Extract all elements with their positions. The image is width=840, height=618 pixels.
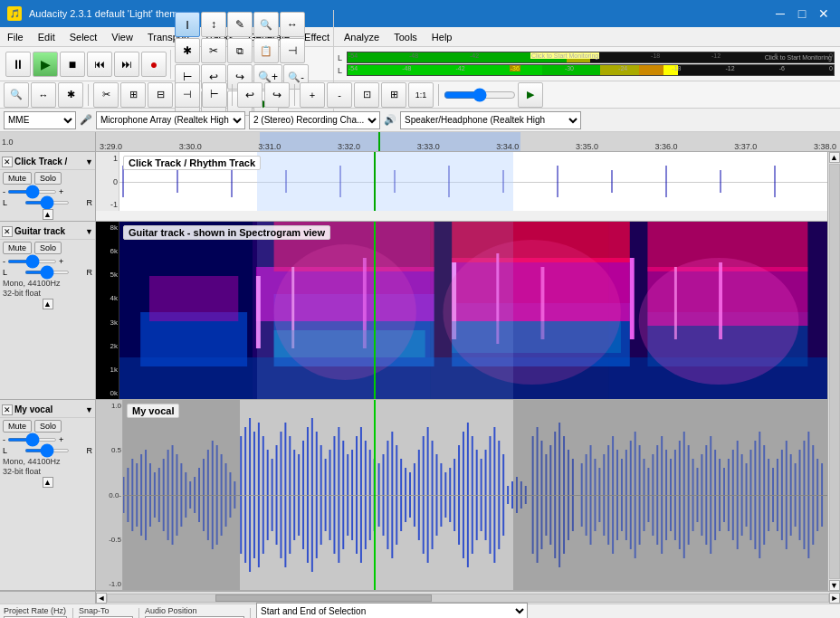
guitar-track-spectrogram[interactable]: 8k 6k 5k 4k 3k 2k 1k 0k xyxy=(96,222,827,399)
click-track-expand[interactable]: ▲ xyxy=(43,209,53,220)
close-button[interactable]: ✕ xyxy=(815,5,833,23)
guitar-scale-8k: 8k xyxy=(97,223,118,232)
guitar-mute-btn[interactable]: Mute xyxy=(3,242,32,254)
minimize-button[interactable]: ─ xyxy=(771,5,789,23)
guitar-solo-btn[interactable]: Solo xyxy=(34,242,62,254)
vocal-pan-l: L xyxy=(3,446,7,455)
sel-mode-select[interactable]: Start and End of Selection xyxy=(256,603,528,618)
svg-rect-36 xyxy=(630,258,635,339)
guitar-pan-r: R xyxy=(86,268,92,277)
guitar-gain-minus[interactable]: - xyxy=(3,257,5,266)
playback-play-btn[interactable]: ▶ xyxy=(518,82,543,108)
zoom-out-btn3[interactable]: - xyxy=(327,82,352,108)
click-pan-slider[interactable] xyxy=(24,201,70,204)
selection-bar: Project Rate (Hz) 44100 Snap-To Off Audi… xyxy=(0,604,840,618)
zoom-in-btn2[interactable]: 🔍 xyxy=(4,82,29,108)
vocal-pan-slider[interactable] xyxy=(24,449,70,452)
vocal-solo-btn[interactable]: Solo xyxy=(34,420,62,433)
maximize-button[interactable]: □ xyxy=(793,5,811,23)
menubar: File Edit Select View Transport Tracks G… xyxy=(0,27,840,47)
skip-back-button[interactable]: ⏮ xyxy=(87,52,112,77)
ruler-time-7: 3:36.0 xyxy=(655,142,678,151)
audio-pos-label: Audio Position xyxy=(145,606,197,615)
cut-button[interactable]: ✂ xyxy=(201,38,226,63)
zoom-in-btn3[interactable]: + xyxy=(300,82,325,108)
horizontal-scrollbar[interactable]: ◄ ► xyxy=(96,592,840,604)
click-solo-btn[interactable]: Solo xyxy=(34,172,62,185)
envelope-tool-button[interactable]: ↕ xyxy=(201,12,226,37)
guitar-track-close[interactable]: ✕ xyxy=(2,226,13,237)
click-track-close[interactable]: ✕ xyxy=(2,157,13,167)
host-select[interactable]: MME xyxy=(4,111,76,129)
vocal-track-header: ✕ My vocal ▼ Mute Solo - + L R xyxy=(0,400,96,590)
vocal-track-expand[interactable]: ▲ xyxy=(43,477,53,488)
vu-input-left-label: L xyxy=(338,53,345,62)
copy-button[interactable]: ⧉ xyxy=(227,38,253,63)
vocal-mute-btn[interactable]: Mute xyxy=(3,420,32,433)
click-track-row: ✕ Click Track / ▼ Mute Solo - + L R xyxy=(0,152,827,222)
stop-button[interactable]: ■ xyxy=(60,52,85,77)
menu-edit[interactable]: Edit xyxy=(31,27,62,46)
playback-speed-slider[interactable] xyxy=(444,89,516,101)
guitar-track-header: ✕ Guitar track ▼ Mute Solo - + L R xyxy=(0,222,96,399)
vu-monitoring-text: Click to Start Monitoring xyxy=(765,54,832,61)
menu-select[interactable]: Select xyxy=(62,27,105,46)
vocal-track-label: My vocal xyxy=(127,404,179,418)
zoom-tool-button[interactable]: 🔍 xyxy=(253,12,279,37)
channels-select[interactable]: 2 (Stereo) Recording Cha... xyxy=(249,111,380,129)
vocal-track-waveform[interactable]: 1.0 0.5 0.0- -0.5 -1.0 xyxy=(96,400,827,590)
ruler-time-8: 3:37.0 xyxy=(734,142,757,151)
click-pan-r: R xyxy=(86,198,92,207)
copy-btn2[interactable]: ⊞ xyxy=(120,82,146,108)
paste-btn2[interactable]: ⊟ xyxy=(148,82,173,108)
skip-forward-button[interactable]: ⏭ xyxy=(114,52,139,77)
play-button[interactable]: ▶ xyxy=(33,52,58,77)
guitar-track-row: ✕ Guitar track ▼ Mute Solo - + L R xyxy=(0,222,827,400)
multi-tool-button[interactable]: ✱ xyxy=(175,38,200,63)
guitar-track-expand[interactable]: ▲ xyxy=(43,299,53,309)
zoom-label: 1.0 xyxy=(2,138,14,147)
zoom-sel-btn2[interactable]: ✱ xyxy=(58,82,83,108)
speaker-device-select[interactable]: Speaker/Headphone (Realtek High xyxy=(400,111,581,129)
vocal-track-dropdown[interactable]: ▼ xyxy=(85,405,93,414)
selection-tool-button[interactable]: I xyxy=(175,12,200,37)
guitar-pan-slider[interactable] xyxy=(24,271,70,274)
cut-btn2[interactable]: ✂ xyxy=(93,82,119,108)
click-track-waveform[interactable]: 1 0 -1 Click Track / Rhythm Track xyxy=(96,152,827,211)
click-scale-m1: -1 xyxy=(97,200,118,209)
zoom-sel-btn3[interactable]: ⊡ xyxy=(354,82,379,108)
guitar-track-dropdown[interactable]: ▼ xyxy=(85,227,93,236)
fit-btn[interactable]: ↔ xyxy=(31,82,56,108)
horizontal-scrollbar-area: ◄ ► xyxy=(0,591,840,604)
timeshift-tool-button[interactable]: ↔ xyxy=(280,12,305,37)
click-gain-slider[interactable] xyxy=(7,190,57,194)
redo-btn2[interactable]: ↪ xyxy=(264,82,290,108)
click-gain-minus[interactable]: - xyxy=(3,187,5,196)
paste-button[interactable]: 📋 xyxy=(253,38,279,63)
click-track-label: Click Track / Rhythm Track xyxy=(123,156,261,170)
vocal-gain-minus[interactable]: - xyxy=(3,435,5,444)
vocal-track-close[interactable]: ✕ xyxy=(2,404,13,415)
zoom-reset-btn3[interactable]: 1:1 xyxy=(408,82,434,108)
click-mute-btn[interactable]: Mute xyxy=(3,172,32,185)
trim-btn2[interactable]: ⊣ xyxy=(175,82,200,108)
zoom-fit-btn3[interactable]: ⊞ xyxy=(381,82,406,108)
mic-device-select[interactable]: Microphone Array (Realtek High xyxy=(96,111,245,129)
click-track-header: ✕ Click Track / ▼ Mute Solo - + L R xyxy=(0,152,96,221)
menu-help[interactable]: Help xyxy=(425,27,460,46)
vertical-scrollbar[interactable]: ▲ ▼ xyxy=(827,152,840,591)
undo-btn2[interactable]: ↩ xyxy=(237,82,262,108)
vocal-gain-slider[interactable] xyxy=(7,438,57,442)
menu-file[interactable]: File xyxy=(0,27,31,46)
menu-tools[interactable]: Tools xyxy=(387,27,425,46)
silence-btn2[interactable]: ⊢ xyxy=(202,82,227,108)
pause-button[interactable]: ⏸ xyxy=(5,52,31,77)
trim-button[interactable]: ⊣ xyxy=(280,38,305,63)
record-button[interactable]: ● xyxy=(141,52,167,77)
click-track-dropdown[interactable]: ▼ xyxy=(85,157,93,166)
menu-view[interactable]: View xyxy=(104,27,140,46)
guitar-track-name: Guitar track xyxy=(14,226,83,236)
menu-analyze[interactable]: Analyze xyxy=(337,27,387,46)
draw-tool-button[interactable]: ✎ xyxy=(227,12,253,37)
guitar-gain-slider[interactable] xyxy=(7,260,57,263)
